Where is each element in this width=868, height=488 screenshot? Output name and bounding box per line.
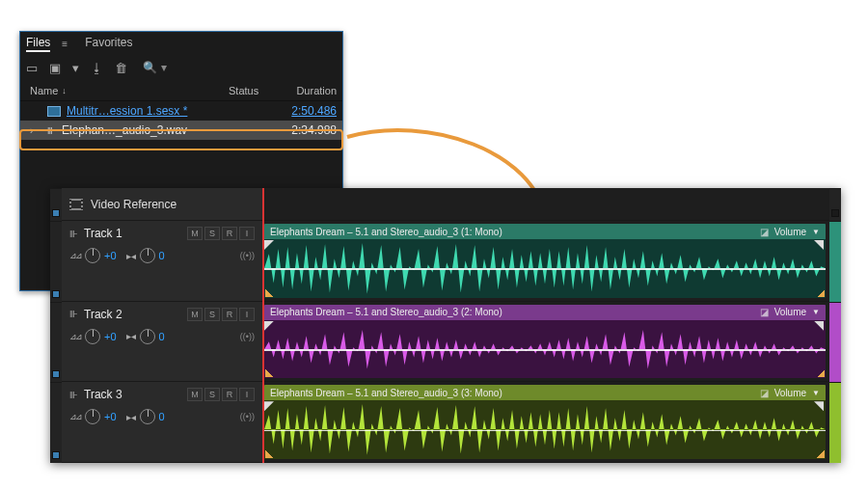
playhead[interactable] xyxy=(262,188,264,463)
video-reference-track[interactable]: Video Reference xyxy=(62,188,262,221)
track-header-2[interactable]: ⊪ Track 2 M S R I ⊿⊿+0 ▸◂0 ((•)) xyxy=(62,302,262,383)
clip-fx-icon[interactable]: ◪ xyxy=(760,227,769,237)
import-icon[interactable]: ▣ xyxy=(49,61,61,75)
audio-clip-1[interactable]: Elephants Dream – 5.1 and Stereo_audio_3… xyxy=(264,224,826,298)
sesx-icon xyxy=(47,106,61,117)
volume-value[interactable]: +0 xyxy=(104,250,117,261)
record-button[interactable]: R xyxy=(222,308,237,321)
input-monitor-button[interactable]: I xyxy=(239,227,255,240)
track-headers: Video Reference ⊪ Track 1 M S R I ⊿⊿+0 ▸… xyxy=(62,188,262,463)
chevron-down-icon[interactable]: ▼ xyxy=(812,389,820,397)
tab-files[interactable]: Files xyxy=(26,36,50,52)
clip-volume-label[interactable]: Volume xyxy=(774,307,806,317)
clip-envelope-line[interactable] xyxy=(264,349,826,351)
expand-icon[interactable]: › xyxy=(30,125,33,136)
track-color-swatch[interactable] xyxy=(831,209,839,217)
sort-desc-icon: ↓ xyxy=(62,86,67,95)
track-name[interactable]: Track 3 xyxy=(84,388,181,401)
volume-value[interactable]: +0 xyxy=(104,411,117,422)
col-name[interactable]: Name ↓ xyxy=(30,85,229,96)
file-name: Multitr…ession 1.sesx * xyxy=(67,104,187,118)
pan-icon: ▸◂ xyxy=(126,412,136,422)
clip-stretch-handle[interactable] xyxy=(817,450,825,458)
file-row-session[interactable]: Multitr…ession 1.sesx * 2:50.486 xyxy=(20,101,342,121)
mute-button[interactable]: M xyxy=(187,388,203,401)
solo-button[interactable]: S xyxy=(204,308,220,321)
track-lane-3[interactable]: Elephants Dream – 5.1 and Stereo_audio_3… xyxy=(262,382,829,463)
output-routing-icon[interactable]: ((•)) xyxy=(240,412,255,421)
record-button[interactable]: R xyxy=(222,388,237,401)
audio-icon: ⊪ xyxy=(69,309,78,319)
volume-knob[interactable] xyxy=(85,329,100,344)
svg-rect-2 xyxy=(69,200,71,202)
track-name[interactable]: Track 2 xyxy=(84,308,181,321)
chevron-down-icon[interactable]: ▼ xyxy=(812,308,820,316)
solo-button[interactable]: S xyxy=(204,227,220,240)
track-lane-2[interactable]: Elephants Dream – 5.1 and Stereo_audio_3… xyxy=(262,302,829,383)
search-field[interactable]: 🔍▾ xyxy=(143,61,167,74)
clip-stretch-handle[interactable] xyxy=(265,369,273,377)
file-duration: 2:50.486 xyxy=(277,104,337,118)
chevron-down-icon[interactable]: ▼ xyxy=(812,228,820,236)
track-header-3[interactable]: ⊪ Track 3 M S R I ⊿⊿+0 ▸◂0 ((•)) xyxy=(62,382,262,463)
panel-menu-icon[interactable]: ≡ xyxy=(62,39,68,49)
input-monitor-button[interactable]: I xyxy=(239,308,255,321)
clip-envelope-line[interactable] xyxy=(264,268,826,270)
panel-tabs: Files ≡ Favorites xyxy=(20,32,342,55)
pan-value[interactable]: 0 xyxy=(159,331,165,342)
pan-value[interactable]: 0 xyxy=(159,250,165,261)
volume-value[interactable]: +0 xyxy=(104,331,117,342)
clip-volume-label[interactable]: Volume xyxy=(774,227,806,237)
search-icon: 🔍 xyxy=(143,61,157,74)
track-color-swatch[interactable] xyxy=(52,209,60,217)
file-row-audio[interactable]: › ⊪ Elephan…_audio_3.wav 2:34.988 xyxy=(20,121,342,140)
pan-knob[interactable] xyxy=(140,409,155,424)
track-color-swatch[interactable] xyxy=(52,451,60,459)
file-name: Elephan…_audio_3.wav xyxy=(62,123,187,137)
audio-clip-3[interactable]: Elephants Dream – 5.1 and Stereo_audio_3… xyxy=(264,385,826,459)
save-icon[interactable]: ⭳ xyxy=(91,61,103,75)
input-monitor-button[interactable]: I xyxy=(239,388,255,401)
audio-clip-2[interactable]: Elephants Dream – 5.1 and Stereo_audio_3… xyxy=(264,305,826,379)
clip-stretch-handle[interactable] xyxy=(817,369,825,377)
new-file-icon[interactable]: ▾ xyxy=(72,61,79,75)
volume-knob[interactable] xyxy=(85,248,100,263)
solo-button[interactable]: S xyxy=(204,388,220,401)
track-color-swatch[interactable] xyxy=(52,370,60,378)
pan-value[interactable]: 0 xyxy=(159,411,165,422)
output-routing-icon[interactable]: ((•)) xyxy=(240,251,255,260)
clip-envelope-line[interactable] xyxy=(264,430,826,432)
output-routing-icon[interactable]: ((•)) xyxy=(240,332,255,341)
col-status[interactable]: Status xyxy=(229,85,277,96)
clip-stretch-handle[interactable] xyxy=(265,289,273,297)
clip-stretch-handle[interactable] xyxy=(817,289,825,297)
clip-title: Elephants Dream – 5.1 and Stereo_audio_3… xyxy=(270,388,754,398)
volume-icon: ⊿⊿ xyxy=(69,251,81,260)
pan-icon: ▸◂ xyxy=(126,251,136,261)
clip-fx-icon[interactable]: ◪ xyxy=(760,388,769,398)
volume-icon: ⊿⊿ xyxy=(69,332,81,341)
mute-button[interactable]: M xyxy=(187,227,203,240)
track-lane-1[interactable]: Elephants Dream – 5.1 and Stereo_audio_3… xyxy=(262,221,829,302)
open-folder-icon[interactable]: ▭ xyxy=(26,61,38,75)
mute-button[interactable]: M xyxy=(187,308,203,321)
pan-knob[interactable] xyxy=(140,329,155,344)
clip-volume-label[interactable]: Volume xyxy=(774,388,806,398)
video-reference-lane[interactable] xyxy=(262,188,829,221)
pan-knob[interactable] xyxy=(140,248,155,263)
clip-title: Elephants Dream – 5.1 and Stereo_audio_3… xyxy=(270,227,754,237)
col-duration[interactable]: Duration xyxy=(277,85,337,96)
record-button[interactable]: R xyxy=(222,227,237,240)
clip-stretch-handle[interactable] xyxy=(265,450,273,458)
track-color-swatch[interactable] xyxy=(52,290,60,298)
svg-rect-4 xyxy=(69,207,71,209)
tab-favorites[interactable]: Favorites xyxy=(85,36,132,52)
track-color-strip-left xyxy=(50,188,62,463)
timeline[interactable]: Elephants Dream – 5.1 and Stereo_audio_3… xyxy=(262,188,829,463)
track-header-1[interactable]: ⊪ Track 1 M S R I ⊿⊿+0 ▸◂0 ((•)) xyxy=(62,221,262,302)
track-name[interactable]: Track 1 xyxy=(84,227,181,240)
track-color-strip-right xyxy=(829,188,841,463)
trash-icon[interactable]: 🗑 xyxy=(115,61,127,75)
volume-knob[interactable] xyxy=(85,409,100,424)
clip-fx-icon[interactable]: ◪ xyxy=(760,307,769,317)
